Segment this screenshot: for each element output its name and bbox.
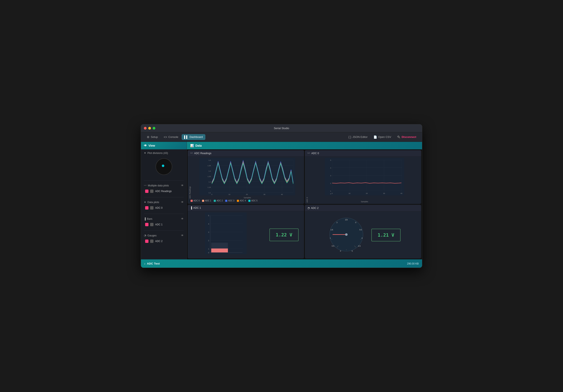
gear-icon: ⚙ <box>147 135 150 139</box>
adc-readings-color <box>145 190 148 193</box>
legend-adc5-label: ADC 5 <box>251 199 257 202</box>
adc0-color-2 <box>150 206 154 209</box>
adc-readings-header: 〰 ADC Readings <box>188 150 304 157</box>
adc2-header: ◔ ADC 2 <box>305 205 421 211</box>
bars-icon: ▐ <box>144 218 146 220</box>
project-name: ADC Test <box>147 262 160 265</box>
adc2-item[interactable]: ADC 2 <box>144 239 184 244</box>
legend-adc0-color <box>191 200 193 202</box>
svg-text:4.5: 4.5 <box>358 245 361 247</box>
svg-text:20: 20 <box>366 193 368 194</box>
legend-adc4-color <box>237 200 239 202</box>
svg-text:3: 3 <box>208 231 209 233</box>
bar-chart-area: 5 4 3 2 1 0 <box>189 212 263 257</box>
svg-text:1.25: 1.25 <box>207 176 211 177</box>
svg-text:40: 40 <box>281 194 283 195</box>
chevron-right-icon: › <box>144 262 145 265</box>
legend-adc5-color <box>248 200 250 202</box>
svg-text:1: 1 <box>330 190 331 192</box>
plot-divisions-title: ✦ Plot divisions (43) <box>144 151 168 155</box>
adc-readings-svg-container: 1.4 1.35 1.3 1.25 1.2 1.15 1.1 <box>192 158 303 196</box>
multiple-data-plots-section: 〰 Multiple data plots 👁 ADC Readings <box>141 182 187 196</box>
adc0-svg-container: 5 4 3 2 1 0 <box>309 158 420 200</box>
svg-text:30: 30 <box>264 194 266 195</box>
svg-text:5: 5 <box>352 250 353 252</box>
bars-hide-icon[interactable]: 👁 <box>181 217 184 220</box>
svg-text:1.35: 1.35 <box>207 165 211 167</box>
multiple-plots-hide-icon[interactable]: 👁 <box>181 184 184 187</box>
setup-button[interactable]: ⚙ Setup <box>144 134 160 140</box>
adc0-panel: 〰 ADC 0 ADC 0 <box>305 150 421 204</box>
svg-text:0: 0 <box>208 252 209 254</box>
legend-adc0-label: ADC 0 <box>193 199 200 202</box>
legend-adc3-label: ADC 3 <box>228 199 234 202</box>
svg-text:1: 1 <box>330 237 331 239</box>
plot-divisions-control <box>144 156 184 178</box>
svg-text:4: 4 <box>208 223 209 225</box>
adc1-item[interactable]: ADC 1 <box>144 222 184 227</box>
adc2-color <box>145 240 148 243</box>
adc2-color-2 <box>150 240 154 243</box>
adc1-color <box>145 223 148 226</box>
svg-text:10: 10 <box>229 194 230 195</box>
adc-readings-legend: ADC 0 ADC 1 ADC 2 <box>189 199 303 203</box>
multiple-data-plots-header: 〰 Multiple data plots 👁 <box>144 184 184 187</box>
gauge-chart-icon: ◔ <box>307 207 310 209</box>
svg-text:2: 2 <box>330 183 331 184</box>
adc0-item[interactable]: ADC 0 <box>144 205 184 210</box>
svg-text:1.2: 1.2 <box>208 181 211 183</box>
adc2-title: ADC 2 <box>311 207 319 209</box>
adc-readings-x-label: Samples <box>192 197 303 199</box>
bars-title: ▐ Bars <box>144 218 153 220</box>
svg-text:30: 30 <box>383 193 385 194</box>
adc2-value-text: 1.21 V <box>378 233 394 238</box>
open-csv-button[interactable]: 📄 Open CSV <box>371 134 394 140</box>
toolbar: ⚙ Setup <> Console ▌▌ Dashboard { } JSON… <box>141 132 422 142</box>
minimize-button[interactable] <box>148 127 151 130</box>
adc0-x-label: Samples <box>309 201 420 203</box>
legend-adc3-color <box>225 200 227 202</box>
wave-icon: 〰 <box>144 184 147 187</box>
disconnect-button[interactable]: 🔌 Disconnect <box>395 134 419 140</box>
plot-circle[interactable] <box>155 158 172 175</box>
svg-text:10: 10 <box>349 193 350 194</box>
adc2-gauge-svg: 2.5 3 3.5 4 4.5 5 0 0.5 1 1.5 <box>325 214 367 255</box>
grid-icon: ✦ <box>144 151 146 155</box>
plot-divisions-section: ✦ Plot divisions (43) <box>141 149 187 179</box>
legend-adc1-label: ADC 1 <box>205 199 211 202</box>
adc0-body: ADC 0 <box>305 157 421 204</box>
toolbar-right: { } JSON Editor 📄 Open CSV 🔌 Disconnect <box>346 134 419 140</box>
console-icon: <> <box>164 135 167 139</box>
legend-adc0: ADC 0 <box>191 199 200 202</box>
data-label: Data <box>195 144 202 147</box>
adc-readings-panel: 〰 ADC Readings ADC Readings <box>188 150 304 204</box>
adc1-value-container: 1.22 V <box>265 212 303 257</box>
plot-divisions-header: ✦ Plot divisions (43) <box>144 151 184 155</box>
close-button[interactable] <box>144 127 147 130</box>
svg-text:3: 3 <box>355 221 356 223</box>
data-plots-hide-icon[interactable]: 👁 <box>181 201 184 204</box>
sidebar: 👁 View ✦ Plot divisions (43) <box>141 142 187 259</box>
adc-readings-svg: 1.4 1.35 1.3 1.25 1.2 1.15 1.1 <box>192 158 303 195</box>
adc2-value-container: 1.21 V <box>371 229 401 241</box>
dashboard-icon: ▌▌ <box>184 135 188 139</box>
sidebar-header: 👁 View <box>141 142 187 149</box>
eye-icon: 👁 <box>144 144 147 147</box>
title-bar: Serial Studio <box>141 124 422 132</box>
main-body: 👁 View ✦ Plot divisions (43) <box>141 142 422 259</box>
adc-readings-item[interactable]: ADC Readings <box>144 189 184 194</box>
console-button[interactable]: <> Console <box>161 134 181 140</box>
legend-adc4-label: ADC 4 <box>240 199 246 202</box>
maximize-button[interactable] <box>153 127 155 130</box>
json-editor-button[interactable]: { } JSON Editor <box>346 134 370 140</box>
adc1-label: ADC 1 <box>155 223 162 226</box>
adc0-color <box>145 206 148 209</box>
divider-1 <box>144 180 184 181</box>
legend-adc1: ADC 1 <box>202 199 211 202</box>
svg-text:2: 2 <box>208 240 209 242</box>
dashboard-button[interactable]: ▌▌ Dashboard <box>182 134 205 140</box>
disconnect-label: Disconnect <box>402 135 416 138</box>
gauges-hide-icon[interactable]: 👁 <box>181 234 184 237</box>
legend-adc5: ADC 5 <box>248 199 257 202</box>
svg-point-87 <box>345 233 348 236</box>
